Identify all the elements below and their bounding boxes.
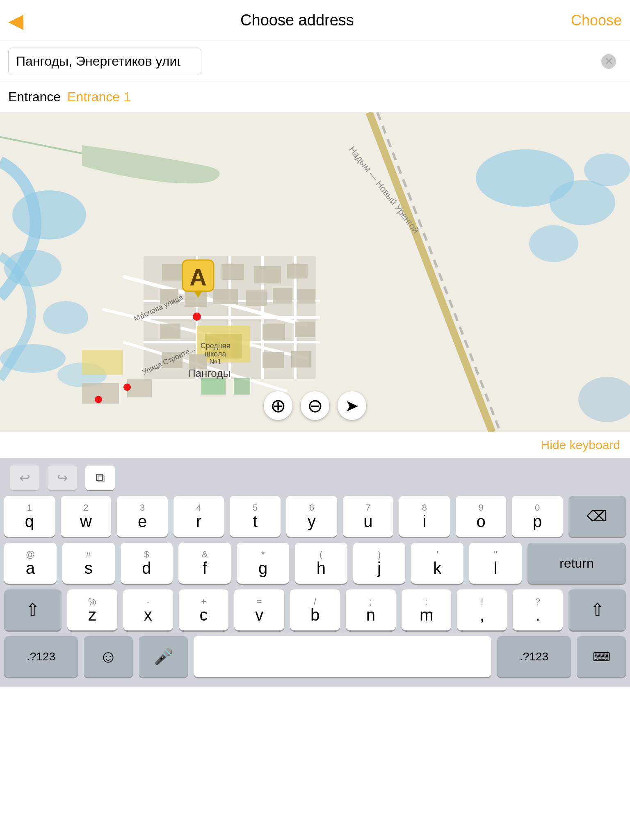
svg-rect-31 [273, 288, 292, 304]
shift-left-key[interactable]: ⇧ [4, 589, 62, 630]
map-container[interactable]: Пангоды Средняя школа №1 Ма́слова улица … [0, 112, 630, 432]
emoji-key[interactable]: ☺ [84, 636, 133, 677]
svg-point-4 [0, 344, 66, 373]
return-key[interactable]: return [527, 543, 626, 584]
keyboard-toolbar: ↩ ↪ ⧉ [0, 458, 630, 494]
svg-rect-35 [160, 324, 180, 339]
page-title: Choose address [240, 11, 354, 29]
location-button[interactable]: ➤ [338, 391, 366, 420]
undo-button[interactable]: ↩ [10, 466, 39, 490]
svg-rect-32 [297, 289, 315, 304]
space-key[interactable] [194, 636, 491, 677]
key-i[interactable]: 8i [399, 496, 450, 537]
hide-keyboard-bar: Hide keyboard [0, 432, 630, 458]
svg-rect-42 [82, 350, 123, 375]
clear-input-button[interactable]: ✕ [601, 54, 616, 69]
address-input-row: ✕ [0, 41, 630, 82]
svg-rect-49 [234, 378, 250, 395]
svg-point-7 [550, 180, 615, 225]
key-d[interactable]: $d [121, 543, 173, 584]
key-q[interactable]: 1q [4, 496, 55, 537]
key-t[interactable]: 5t [230, 496, 281, 537]
svg-text:A: A [189, 264, 207, 290]
key-row-1: 1q 2w 3e 4r 5t 6y 7u 8i 9o 0p ⌫ [4, 496, 626, 537]
svg-point-45 [193, 313, 201, 321]
svg-rect-41 [291, 351, 311, 368]
svg-text:Средняя: Средняя [201, 342, 231, 350]
key-b[interactable]: /b [290, 589, 340, 630]
hide-keyboard-button[interactable]: Hide keyboard [541, 438, 620, 452]
mic-key[interactable]: 🎤 [139, 636, 188, 677]
key-z[interactable]: %z [67, 589, 117, 630]
svg-rect-30 [246, 290, 267, 306]
key-u[interactable]: 7u [343, 496, 394, 537]
svg-point-2 [4, 250, 62, 287]
entrance-label: Entrance [8, 89, 61, 105]
key-a[interactable]: @a [4, 543, 57, 584]
key-e[interactable]: 3e [117, 496, 168, 537]
svg-rect-37 [295, 322, 315, 337]
svg-point-46 [123, 383, 131, 391]
zoom-in-button[interactable]: ⊕ [264, 391, 292, 420]
key-row-2: @a #s $d &f *g (h )j 'k "l return [4, 543, 626, 584]
svg-rect-24 [221, 264, 244, 280]
keyboard: ↩ ↪ ⧉ 1q 2w 3e 4r 5t 6y 7u 8i 9o 0p ⌫ @a… [0, 458, 630, 687]
delete-key[interactable]: ⌫ [568, 496, 626, 537]
key-s[interactable]: #s [62, 543, 115, 584]
entrance-row: Entrance Entrance 1 [0, 82, 630, 112]
key-comma[interactable]: !, [457, 589, 507, 630]
key-l[interactable]: "l [469, 543, 522, 584]
keyboard-switch-key[interactable]: ⌨ [577, 636, 626, 677]
svg-text:школа: школа [205, 350, 227, 358]
key-v[interactable]: =v [234, 589, 284, 630]
city-label: Пангоды [188, 367, 231, 379]
header: ◀ Choose address Choose [0, 0, 630, 41]
map-controls: ⊕ ⊖ ➤ [264, 391, 366, 420]
key-y[interactable]: 6y [286, 496, 337, 537]
address-input[interactable] [8, 48, 201, 75]
svg-rect-25 [254, 266, 281, 283]
choose-button[interactable]: Choose [571, 12, 622, 29]
svg-rect-36 [262, 324, 285, 340]
svg-rect-40 [262, 352, 284, 368]
key-c[interactable]: +c [179, 589, 229, 630]
key-h[interactable]: (h [295, 543, 347, 584]
key-x[interactable]: -x [123, 589, 173, 630]
key-k[interactable]: 'k [411, 543, 463, 584]
zoom-out-button[interactable]: ⊖ [301, 391, 329, 420]
svg-point-1 [12, 190, 86, 240]
key-row-3: ⇧ %z -x +c =v /b ;n :m !, ?. ⇧ [4, 589, 626, 630]
key-m[interactable]: :m [402, 589, 452, 630]
entrance-value[interactable]: Entrance 1 [67, 89, 131, 105]
key-g[interactable]: *g [237, 543, 289, 584]
svg-rect-26 [287, 264, 308, 278]
address-input-wrapper: ✕ [8, 48, 622, 75]
redo-button[interactable]: ↪ [48, 466, 77, 490]
key-row-bottom: .?123 ☺ 🎤 .?123 ⌨ [4, 636, 626, 677]
numbers-key-right[interactable]: .?123 [497, 636, 571, 677]
key-r[interactable]: 4r [173, 496, 224, 537]
key-n[interactable]: ;n [346, 589, 396, 630]
svg-point-8 [529, 225, 578, 262]
key-w[interactable]: 2w [61, 496, 112, 537]
key-f[interactable]: &f [178, 543, 231, 584]
svg-point-47 [95, 396, 102, 403]
key-p[interactable]: 0p [512, 496, 563, 537]
svg-rect-48 [201, 378, 226, 395]
shift-right-key[interactable]: ⇧ [568, 589, 626, 630]
map-svg: Пангоды Средняя школа №1 Ма́слова улица … [0, 112, 630, 432]
numbers-key-left[interactable]: .?123 [4, 636, 78, 677]
back-button[interactable]: ◀ [8, 9, 23, 32]
svg-point-9 [584, 153, 630, 186]
key-j[interactable]: )j [353, 543, 406, 584]
svg-point-3 [43, 301, 88, 334]
svg-rect-29 [213, 289, 238, 304]
svg-rect-44 [127, 379, 152, 397]
key-o[interactable]: 9o [456, 496, 507, 537]
svg-text:№1: №1 [209, 358, 221, 366]
keyboard-rows: 1q 2w 3e 4r 5t 6y 7u 8i 9o 0p ⌫ @a #s $d… [0, 494, 630, 687]
copy-button[interactable]: ⧉ [85, 466, 115, 490]
key-period[interactable]: ?. [513, 589, 563, 630]
